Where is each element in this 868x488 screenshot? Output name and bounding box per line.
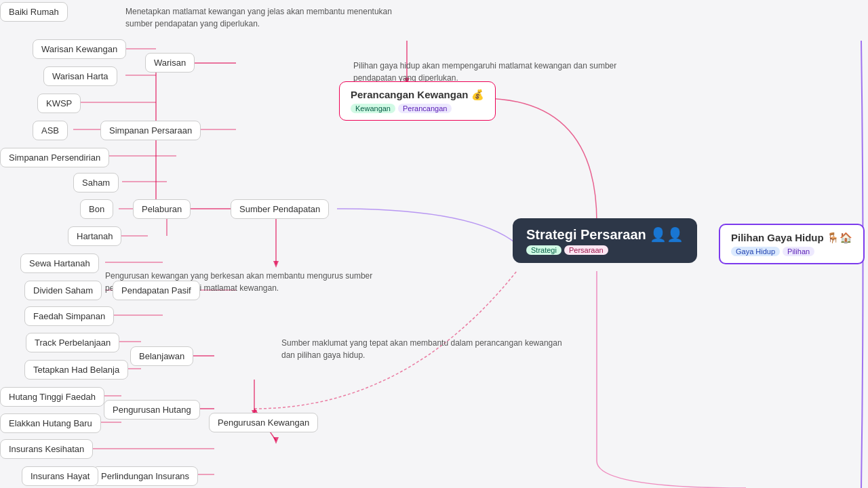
- node-dividen-saham[interactable]: Dividen Saham: [24, 281, 102, 300]
- node-pelaburan[interactable]: Pelaburan: [133, 199, 191, 219]
- node-insurans-kesihatan[interactable]: Insurans Kesihatan: [0, 439, 93, 459]
- pelaburan-label: Pelaburan: [142, 204, 182, 214]
- node-pendapatan-pasif[interactable]: Pendapatan Pasif: [113, 281, 200, 300]
- tag-pilihan: Pilihan: [783, 247, 814, 256]
- pilihan-tags: Gaya Hidup Pilihan: [731, 247, 852, 256]
- node-pengurusan-hutang[interactable]: Pengurusan Hutang: [104, 400, 200, 420]
- hutang-tinggi-label: Hutang Tinggi Faedah: [9, 392, 96, 402]
- node-belanjawan[interactable]: Belanjawan: [130, 346, 193, 366]
- asb-label: ASB: [41, 125, 59, 136]
- svg-marker-29: [273, 437, 279, 444]
- node-warisan[interactable]: Warisan: [145, 53, 195, 73]
- pendapatan-pasif-label: Pendapatan Pasif: [121, 285, 191, 296]
- warisan-harta-label: Warisan Harta: [52, 71, 108, 81]
- node-pilihan-gaya-hidup[interactable]: Pilihan Gaya Hidup 🪑🏠 Gaya Hidup Pilihan: [719, 224, 865, 264]
- node-track-perbelanjaan[interactable]: Track Perbelanjaan: [26, 333, 119, 352]
- faedah-simpanan-label: Faedah Simpanan: [33, 311, 105, 321]
- dividen-saham-label: Dividen Saham: [33, 285, 93, 296]
- perlindungan-insurans-label: Perlindungan Insurans: [101, 471, 189, 481]
- node-pengurusan-kewangan[interactable]: Pengurusan Kewangan: [209, 413, 318, 432]
- tag-persaraan: Persaraan: [564, 245, 608, 255]
- node-sewa-hartanah[interactable]: Sewa Hartanah: [20, 253, 99, 273]
- annotation-2: Pilihan gaya hidup akan mempengaruhi mat…: [353, 60, 638, 84]
- node-elakkan-hutang[interactable]: Elakkan Hutang Baru: [0, 413, 101, 433]
- node-warisan-kewangan[interactable]: Warisan Kewangan: [33, 39, 126, 59]
- sewa-hartanah-label: Sewa Hartanah: [29, 258, 90, 268]
- annotation-4: Sumber maklumat yang tepat akan membantu…: [281, 337, 566, 361]
- tag-gaya-hidup: Gaya Hidup: [731, 247, 780, 256]
- pilihan-title: Pilihan Gaya Hidup 🪑🏠: [731, 232, 852, 244]
- simpanan-persaraan-label: Simpanan Persaraan: [109, 125, 192, 136]
- tetapkan-had-label: Tetapkan Had Belanja: [33, 365, 119, 375]
- node-warisan-harta[interactable]: Warisan Harta: [43, 66, 117, 86]
- insurans-hayat-label: Insurans Hayat: [31, 471, 90, 481]
- baiki-rumah-label: Baiki Rumah: [9, 7, 59, 17]
- tag-strategi: Strategi: [526, 245, 561, 255]
- node-insurans-hayat[interactable]: Insurans Hayat: [22, 466, 98, 486]
- hartanah-label: Hartanah: [77, 231, 113, 241]
- tag-perancangan: Perancangan: [398, 104, 452, 113]
- svg-marker-18: [273, 261, 279, 268]
- node-simpanan-persendirian[interactable]: Simpanan Persendirian: [0, 148, 109, 167]
- node-perlindungan-insurans[interactable]: Perlindungan Insurans: [92, 466, 198, 486]
- belanjawan-label: Belanjawan: [139, 351, 184, 361]
- warisan-kewangan-label: Warisan Kewangan: [41, 44, 117, 54]
- bon-label: Bon: [89, 204, 104, 214]
- tag-kewangan: Kewangan: [351, 104, 395, 113]
- node-asb[interactable]: ASB: [33, 121, 68, 140]
- pengurusan-hutang-label: Pengurusan Hutang: [113, 405, 191, 415]
- simpanan-persendirian-label: Simpanan Persendirian: [9, 152, 100, 163]
- node-sumber-pendapatan[interactable]: Sumber Pendapatan: [231, 199, 329, 219]
- strategi-title: Strategi Persaraan 👤👤: [526, 226, 684, 243]
- insurans-kesihatan-label: Insurans Kesihatan: [9, 444, 84, 454]
- node-saham[interactable]: Saham: [73, 173, 119, 192]
- saham-label: Saham: [82, 178, 110, 188]
- node-bon[interactable]: Bon: [80, 199, 113, 219]
- node-perancangan-kewangan[interactable]: Perancangan Kewangan 💰 Kewangan Perancan…: [339, 81, 496, 121]
- strategi-tags: Strategi Persaraan: [526, 245, 684, 255]
- perancangan-tags: Kewangan Perancangan: [351, 104, 484, 113]
- node-kwsp[interactable]: KWSP: [37, 94, 81, 113]
- sumber-pendapatan-label: Sumber Pendapatan: [239, 204, 320, 214]
- node-hartanah[interactable]: Hartanah: [68, 226, 121, 246]
- node-simpanan-persaraan[interactable]: Simpanan Persaraan: [100, 121, 201, 140]
- node-hutang-tinggi[interactable]: Hutang Tinggi Faedah: [0, 387, 104, 407]
- node-baiki-rumah[interactable]: Baiki Rumah: [0, 2, 68, 22]
- elakkan-hutang-label: Elakkan Hutang Baru: [9, 418, 92, 428]
- warisan-label: Warisan: [154, 58, 186, 68]
- node-strategi-persaraan[interactable]: Strategi Persaraan 👤👤 Strategi Persaraan: [513, 218, 697, 263]
- node-faedah-simpanan[interactable]: Faedah Simpanan: [24, 306, 114, 326]
- track-perbelanjaan-label: Track Perbelanjaan: [35, 338, 111, 348]
- node-tetapkan-had[interactable]: Tetapkan Had Belanja: [24, 360, 128, 380]
- kwsp-label: KWSP: [46, 98, 72, 108]
- perancangan-title: Perancangan Kewangan 💰: [351, 89, 484, 101]
- pengurusan-kewangan-label: Pengurusan Kewangan: [218, 418, 309, 428]
- annotation-1: Menetapkan matlamat kewangan yang jelas …: [125, 5, 410, 30]
